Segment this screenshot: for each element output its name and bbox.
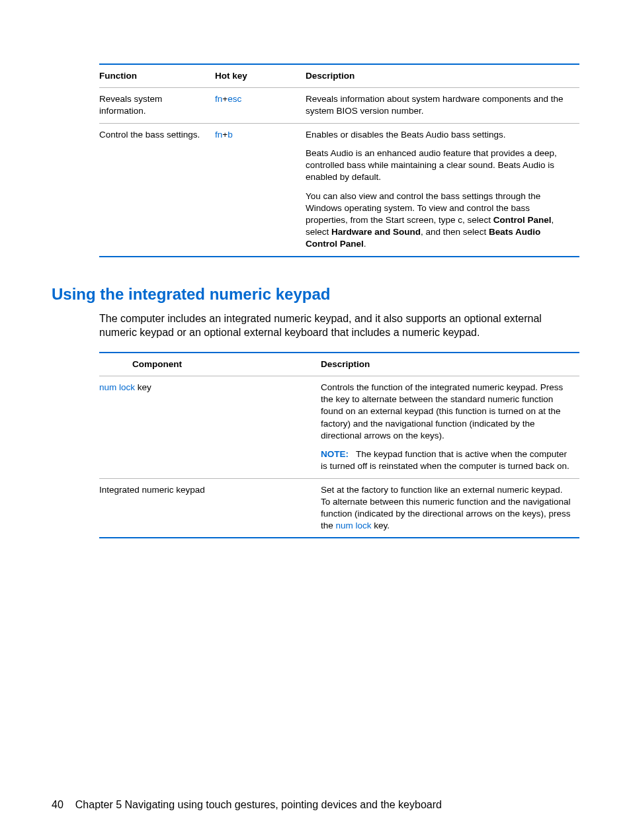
desc-para: Controls the function of the integrated … [321,382,574,442]
desc-para: Set at the factory to function like an e… [321,484,574,532]
desc-para: Beats Audio is an enhanced audio feature… [306,147,574,184]
numlock-term: num lock [99,382,135,392]
note-label: NOTE: [321,449,349,459]
cell-component: Integrated numeric keypad [99,478,321,538]
table-row: Integrated numeric keypad Set at the fac… [99,478,579,538]
cell-description: Reveals information about system hardwar… [306,88,579,123]
page-footer: 40Chapter 5 Navigating using touch gestu… [52,799,442,811]
cell-hotkey: fn+esc [215,88,306,123]
desc-para: You can also view and control the bass s… [306,190,574,251]
cell-function: Control the bass settings. [99,123,215,256]
hotkey-sep: + [222,130,228,140]
hotkey-fn: fn [215,130,222,140]
th-hotkey: Hot key [215,64,306,88]
cell-component: num lock key [99,376,321,479]
section-intro: The computer includes an integrated nume… [99,312,579,340]
hotkey-fn: fn [215,94,222,104]
desc-para: Reveals information about system hardwar… [306,93,574,117]
note-para: NOTE: The keypad function that is active… [321,448,574,472]
table-row: Control the bass settings. fn+b Enables … [99,123,579,256]
numlock-term: num lock [336,521,372,530]
th-description: Description [306,64,579,88]
section-heading: Using the integrated numeric keypad [52,285,579,304]
cell-function: Reveals system information. [99,88,215,123]
chapter-title: Chapter 5 Navigating using touch gesture… [75,799,442,810]
keypad-table: Component Description num lock key Contr… [99,352,579,539]
hotkey-key: b [228,130,233,140]
hotkey-sep: + [222,94,228,104]
table-row: Reveals system information. fn+esc Revea… [99,88,579,123]
cell-description: Controls the function of the integrated … [321,376,579,479]
table-row: num lock key Controls the function of th… [99,376,579,479]
th-function: Function [99,64,215,88]
cell-hotkey: fn+b [215,123,306,256]
desc-para: Enables or disables the Beats Audio bass… [306,129,574,141]
page-number: 40 [52,799,63,811]
th-description: Description [321,353,579,376]
th-component: Component [99,353,321,376]
hotkey-table: Function Hot key Description Reveals sys… [99,63,579,257]
cell-description: Set at the factory to function like an e… [321,478,579,538]
hotkey-key: esc [228,94,241,104]
cell-description: Enables or disables the Beats Audio bass… [306,123,579,256]
